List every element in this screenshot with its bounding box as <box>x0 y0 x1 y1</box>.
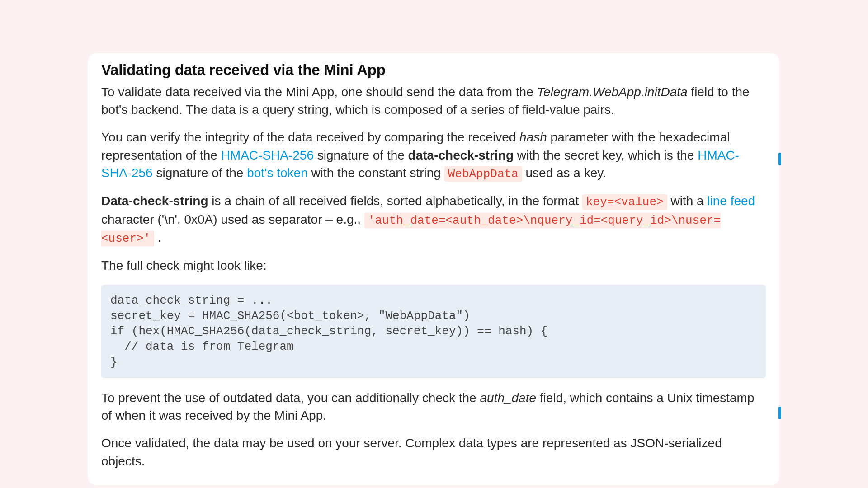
text: You can verify the integrity of the data… <box>101 130 519 144</box>
code-block: data_check_string = ... secret_key = HMA… <box>101 285 766 379</box>
link-line-feed[interactable]: line feed <box>707 194 755 208</box>
paragraph-4: The full check might look like: <box>101 257 766 274</box>
italic-initdata: Telegram.WebApp.initData <box>537 85 688 99</box>
text: signature of the <box>314 148 408 162</box>
text: . <box>154 230 161 244</box>
text: To prevent the use of outdated data, you… <box>101 391 480 405</box>
paragraph-6: Once validated, the data may be used on … <box>101 434 766 469</box>
paragraph-3: Data-check-string is a chain of all rece… <box>101 192 766 247</box>
text: To validate data received via the Mini A… <box>101 85 537 99</box>
doc-card: Validating data received via the Mini Ap… <box>88 53 779 485</box>
italic-hash: hash <box>519 130 547 144</box>
bold-dcs: Data-check-string <box>101 194 208 208</box>
link-bot-token[interactable]: bot's token <box>247 166 308 180</box>
code-key-value: key=<value> <box>582 194 667 210</box>
link-hmac-1[interactable]: HMAC-SHA-256 <box>221 148 314 162</box>
italic-auth-date: auth_date <box>480 391 536 405</box>
text: with a <box>667 194 708 208</box>
bold-data-check-string: data-check-string <box>408 148 514 162</box>
text: signature of the <box>153 166 247 180</box>
text: with the constant string <box>308 166 444 180</box>
text: is a chain of all received fields, sorte… <box>208 194 582 208</box>
scroll-tick-icon <box>778 153 781 165</box>
text: character ('\n', 0x0A) used as separator… <box>101 212 364 226</box>
paragraph-5: To prevent the use of outdated data, you… <box>101 389 766 424</box>
paragraph-1: To validate data received via the Mini A… <box>101 83 766 118</box>
paragraph-2: You can verify the integrity of the data… <box>101 128 766 182</box>
text: used as a key. <box>522 166 606 180</box>
scroll-tick-icon <box>778 407 781 419</box>
text: with the secret key, which is the <box>514 148 698 162</box>
section-title: Validating data received via the Mini Ap… <box>101 61 766 79</box>
code-webappdata: WebAppData <box>444 166 522 182</box>
